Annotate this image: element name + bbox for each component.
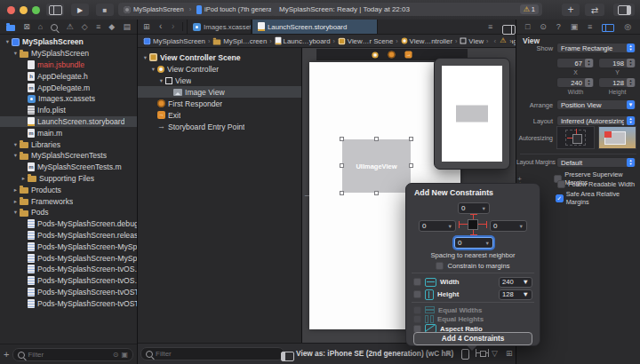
selected-image-view[interactable]: UIImageView — [342, 139, 411, 193]
bottom-spacing-field[interactable]: 0 ▼ — [454, 237, 493, 249]
disclosure-open-icon[interactable]: ▾ — [12, 152, 20, 159]
file-row[interactable]: hAppDelegate.h — [0, 70, 137, 82]
selection-handle[interactable] — [409, 163, 413, 168]
run-button[interactable]: ▶ — [71, 4, 89, 16]
stop-button[interactable]: ■ — [96, 4, 114, 16]
trailing-ibeam-cap[interactable] — [486, 221, 487, 228]
tab-launchscreen-storyboard[interactable]: LaunchScreen.storyboard — [252, 20, 378, 34]
quick-help-inspector-icon[interactable]: ? — [556, 22, 561, 31]
report-icon[interactable]: ▤ — [123, 22, 131, 31]
autoresizing-control[interactable] — [556, 126, 595, 149]
width-value-field[interactable]: 240▼ — [499, 277, 532, 288]
project-navigator-icon[interactable] — [6, 25, 15, 31]
file-row[interactable]: ▾MySplashScreen — [0, 48, 137, 59]
size-inspector-icon[interactable] — [602, 24, 614, 32]
safe-area-relative-margins-checkbox[interactable]: ✓ — [556, 194, 564, 202]
selection-handle[interactable] — [409, 137, 413, 141]
embed-icon[interactable]: ⊞ — [506, 349, 513, 358]
selection-handle[interactable] — [340, 191, 344, 195]
source-control-icon[interactable]: ⊠ — [23, 22, 30, 31]
outline-row[interactable]: First Responder — [138, 98, 301, 109]
jump-bar-item[interactable]: MySpl…creen — [212, 37, 267, 45]
selection-handle[interactable] — [374, 137, 379, 141]
outline-row[interactable]: ▾View Controller Scene — [138, 51, 301, 63]
disclosure-open-icon[interactable]: ▾ — [149, 66, 157, 73]
width-field[interactable]: 240 ▲▼ — [556, 77, 595, 88]
outline-row[interactable]: →Storyboard Entry Point — [138, 121, 301, 132]
find-icon[interactable] — [51, 24, 58, 31]
disclosure-open-icon[interactable]: ▾ — [4, 38, 12, 45]
selection-handle[interactable] — [374, 191, 379, 195]
recents-filter-icon[interactable]: ⊙ — [113, 351, 119, 359]
trailing-spacing-field[interactable]: 0 ▼ — [490, 220, 527, 232]
file-row[interactable]: ▾MySplashScreenTests — [0, 150, 137, 162]
file-row[interactable]: Pods-MySplashScreen-tvOST… — [0, 297, 137, 309]
file-row[interactable]: ▾MySplashScreen — [0, 36, 137, 48]
debug-icon[interactable]: ≡ — [96, 22, 100, 31]
trailing-ibeam[interactable] — [478, 224, 486, 225]
zoom-icon[interactable]: ⌖ — [446, 349, 451, 358]
height-checkbox[interactable] — [413, 290, 421, 298]
inspector-toggle-button[interactable] — [613, 4, 635, 16]
outline-row[interactable]: →Exit — [138, 109, 301, 121]
jump-bar-item[interactable]: View — [460, 37, 484, 45]
jump-bar-item[interactable]: MySplashScreen — [143, 37, 205, 45]
file-row[interactable]: Pods-MySplashScreen-tvOS… — [0, 264, 137, 275]
selection-handle[interactable] — [340, 137, 344, 141]
file-row[interactable]: ▾Libraries — [0, 138, 137, 150]
file-row[interactable]: Pods-MySplashScreen-MySp… — [0, 241, 137, 252]
breakpoint-icon[interactable]: ◆ — [108, 22, 115, 31]
navigator-filter-field[interactable]: Filter ⊙ ▣ — [12, 348, 133, 361]
outline-row[interactable]: Image View — [138, 86, 301, 98]
follow-readable-width-checkbox[interactable] — [557, 180, 565, 188]
warning-badge[interactable]: ⚠ 1 — [520, 4, 539, 14]
disclosure-closed-icon[interactable]: ▸ — [20, 175, 28, 182]
disclosure-closed-icon[interactable]: ▸ — [12, 198, 20, 205]
disclosure-open-icon[interactable]: ▾ — [141, 54, 149, 61]
file-row[interactable]: Pods-MySplashScreen.debug… — [0, 218, 137, 230]
related-items-icon[interactable]: ⊞ — [143, 22, 150, 31]
resolve-issues-icon[interactable]: ▽ — [492, 349, 498, 358]
exit-icon[interactable]: → — [404, 51, 412, 58]
view-as-button[interactable]: View as: iPhone SE (2nd generation) (wC … — [296, 349, 453, 358]
view-controller-icon[interactable] — [372, 51, 378, 58]
identity-inspector-icon[interactable]: ▣ — [571, 22, 579, 31]
symbol-icon[interactable]: ⌂ — [38, 22, 43, 31]
back-button[interactable]: ‹ — [159, 21, 162, 31]
forward-button[interactable]: › — [172, 21, 174, 31]
library-button[interactable]: + — [562, 4, 580, 16]
editor-options-icon[interactable]: ≡ — [488, 22, 492, 31]
outline-filter-field[interactable]: Filter — [140, 347, 284, 360]
code-review-button[interactable]: ⇄ — [585, 4, 604, 16]
x-field[interactable]: 67 ▲▼ — [556, 58, 595, 68]
disclosure-open-icon[interactable]: ▾ — [157, 77, 165, 84]
file-row[interactable]: ▸Products — [0, 184, 137, 195]
file-row[interactable]: Images.xcassets — [0, 93, 137, 105]
bottom-ibeam-cap[interactable] — [470, 234, 477, 235]
height-value-field[interactable]: 128▼ — [499, 289, 532, 300]
leading-ibeam[interactable] — [460, 224, 468, 225]
warning-icon[interactable]: ⚠ — [500, 37, 506, 44]
disclosure-closed-icon[interactable]: ▸ — [12, 186, 20, 194]
file-row[interactable]: Pods-MySplashScreen-tvOST… — [0, 287, 137, 298]
next-issue-button[interactable]: › — [509, 37, 512, 45]
jump-bar-item[interactable]: View…r Scene — [338, 37, 393, 45]
file-row[interactable]: Pods-MySplashScreen-tvOS… — [0, 275, 137, 287]
test-icon[interactable]: ◇ — [82, 22, 88, 31]
file-row[interactable]: mAppDelegate.m — [0, 82, 137, 93]
file-row[interactable]: main.jsbundle — [0, 59, 137, 71]
leading-ibeam-cap[interactable] — [459, 221, 460, 228]
file-row[interactable]: ▾Pods — [0, 207, 137, 218]
window-tabs-button[interactable] — [46, 4, 64, 16]
minimize-window-button[interactable] — [20, 6, 28, 14]
leading-spacing-field[interactable]: 0 ▼ — [419, 220, 456, 232]
previous-issue-button[interactable]: ‹ — [493, 37, 496, 45]
file-row[interactable]: mmain.m — [0, 127, 137, 138]
constrain-margins-checkbox[interactable] — [436, 262, 444, 270]
scheme-selector[interactable]: MySplashScreen › iPod touch (7th generat… — [118, 3, 275, 16]
add-constraints-button[interactable]: Add 4 Constraints — [413, 332, 532, 345]
file-row[interactable]: Pods-MySplashScreen.releas… — [0, 230, 137, 241]
attributes-inspector-icon[interactable]: ≡ — [588, 22, 592, 31]
tab-images-xcassets[interactable]: Images.xcassets — [187, 20, 252, 34]
disclosure-open-icon[interactable]: ▾ — [12, 141, 20, 148]
